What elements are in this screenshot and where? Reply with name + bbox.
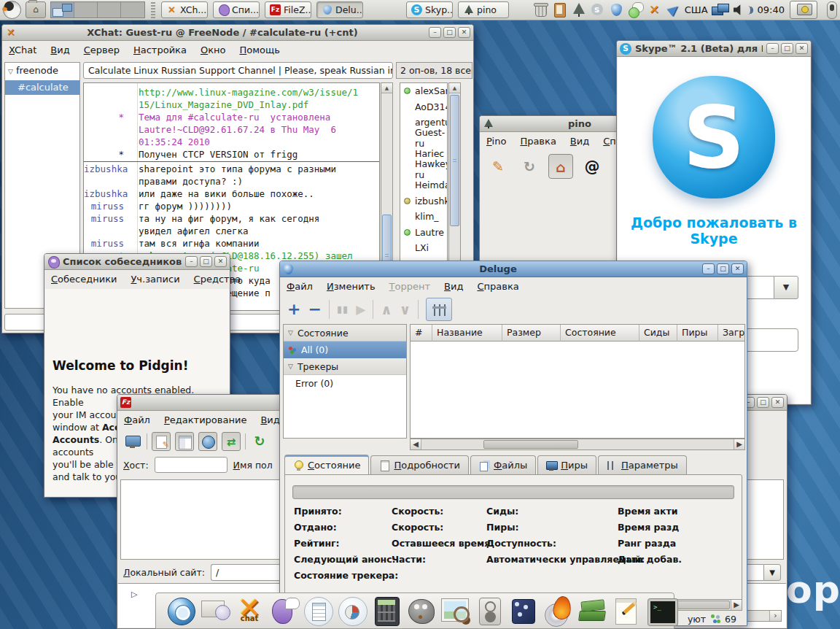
menu-XChat[interactable]: XChat (9, 45, 36, 55)
remove-torrent-button[interactable]: − (308, 298, 321, 320)
menu-Справка[interactable]: Справка (477, 281, 518, 292)
refresh-button[interactable] (250, 432, 269, 451)
filter-Error (0)[interactable]: Error (0) (284, 375, 406, 392)
minimize-button[interactable]: – (766, 43, 779, 54)
column-header-Название[interactable]: Название (432, 325, 502, 341)
scroll-right-icon[interactable]: ▶ (734, 439, 744, 449)
menu-Собеседники[interactable]: Собеседники (51, 274, 117, 285)
dock-xchat-icon[interactable] (233, 595, 265, 627)
user-list-item[interactable]: klim_ (400, 209, 447, 225)
tab-Пиры[interactable]: Пиры (537, 455, 596, 475)
column-header-Состояние[interactable]: Состояние (561, 325, 639, 341)
xchat-topic-input[interactable]: Calculate Linux Russian Support Channel … (83, 62, 393, 79)
network-monitor-icon[interactable] (712, 3, 730, 18)
tab-Параметры[interactable]: Параметры (598, 455, 687, 475)
minimize-button[interactable]: – (702, 263, 715, 274)
chevron-down-icon[interactable]: ▼ (774, 276, 798, 299)
expander-icon[interactable]: ▽ (288, 329, 293, 336)
user-list-item[interactable]: AoD314 (400, 99, 447, 115)
deluge-torrent-table[interactable]: #НазваниеРазмерСостояниеСидыПирыЗагрузка (410, 324, 745, 439)
preferences-button[interactable] (426, 298, 452, 321)
deluge-filter-sidebar[interactable]: ▽СостояниеAll (0)▽ТрекерыError (0) (283, 324, 407, 439)
workspace-pager[interactable] (50, 1, 145, 18)
menu-Правка[interactable]: Правка (520, 136, 556, 147)
dock-terminal-icon[interactable] (645, 595, 677, 627)
workspace-4[interactable] (121, 2, 144, 18)
dock-evolution-icon[interactable] (199, 595, 231, 627)
menu-Изменить[interactable]: Изменить (327, 281, 376, 292)
queue-up-button[interactable]: ∧ (381, 298, 392, 320)
dock-viewer-icon[interactable] (439, 595, 471, 627)
home-button[interactable] (548, 154, 573, 179)
maximize-button[interactable]: □ (443, 27, 456, 38)
deluge-titlebar[interactable]: Deluge –□✕ (280, 261, 747, 277)
close-button[interactable]: ✕ (796, 43, 808, 54)
workspace-2[interactable] (74, 2, 98, 18)
dock-writer-icon[interactable] (302, 595, 334, 627)
toggle-queue-button[interactable] (222, 432, 241, 451)
power-switch-icon[interactable] (827, 1, 837, 19)
menu-Вид[interactable]: Вид (570, 136, 589, 147)
compose-button[interactable] (486, 154, 510, 179)
user-list-item[interactable]: alexSam (400, 83, 447, 99)
expander-icon[interactable]: ▷ (131, 590, 137, 599)
menu-Сервер[interactable]: Сервер (84, 45, 120, 55)
site-manager-button[interactable] (123, 432, 142, 451)
trash-tray-icon[interactable] (533, 2, 548, 18)
column-header-Загрузка[interactable]: Загрузка (718, 325, 745, 341)
pause-button[interactable]: ▮▮ (337, 298, 349, 320)
menu-Средства[interactable]: Средства (194, 274, 241, 285)
column-header-Пиры[interactable]: Пиры (677, 325, 718, 341)
maximize-button[interactable]: □ (781, 43, 793, 54)
pointer-tray-icon[interactable] (666, 2, 681, 18)
close-button[interactable]: ✕ (771, 397, 784, 408)
user-list-item[interactable]: Lautre (400, 225, 447, 241)
pino-tray-icon[interactable] (571, 2, 586, 18)
host-input[interactable] (155, 457, 228, 473)
add-torrent-button[interactable]: + (287, 298, 300, 320)
refresh-button[interactable] (517, 154, 542, 179)
menu-Вид[interactable]: Вид (444, 281, 463, 292)
expander-icon[interactable]: ▽ (288, 363, 293, 370)
calculate-menu-icon[interactable] (3, 1, 21, 19)
menu-Помощь[interactable]: Помощь (239, 45, 279, 55)
workspace-1[interactable] (51, 2, 74, 18)
menu-Настройка[interactable]: Настройка (133, 45, 187, 55)
dock-chromium-icon[interactable] (165, 595, 197, 627)
chevron-down-icon[interactable]: ▼ (763, 564, 781, 581)
dock-gimp-icon[interactable] (405, 595, 437, 627)
screenshot-button[interactable] (790, 1, 817, 19)
user-list-item[interactable]: Hawkeye-ru (400, 162, 447, 178)
column-header-Сиды[interactable]: Сиды (639, 325, 677, 341)
panel-handle[interactable] (151, 2, 155, 18)
menu-Вид[interactable]: Вид (260, 414, 279, 425)
xchat-titlebar[interactable]: XChat: Guest-ru @ FreeNode / #calculate-… (2, 25, 473, 41)
user-list-item[interactable]: Heimdall1 (400, 177, 447, 193)
tab-Состояние[interactable]: Состояние (284, 455, 369, 475)
close-button[interactable]: ✕ (731, 263, 744, 274)
toggle-log-button[interactable] (152, 432, 171, 451)
scroll-up-icon[interactable]: ▲ (449, 83, 460, 93)
dock-notes-icon[interactable] (610, 595, 642, 627)
deluge-tray-icon[interactable] (609, 2, 624, 18)
tab-Файлы[interactable]: Файлы (470, 455, 536, 475)
clipboard-tray-icon[interactable] (552, 2, 567, 18)
queue-down-button[interactable]: ∨ (400, 298, 411, 320)
column-header-#[interactable]: # (411, 325, 432, 341)
user-list-item[interactable]: Guest-ru (400, 131, 447, 147)
menu-Редактирование[interactable]: Редактирование (164, 414, 246, 425)
dock-books-icon[interactable] (576, 595, 608, 627)
taskbar-task-deluge[interactable]: Delu... (316, 1, 363, 18)
home-folder-icon[interactable]: ⌂ (26, 1, 46, 18)
minimize-button[interactable]: – (429, 27, 441, 38)
pidgin-titlebar[interactable]: Список собеседников –□✕ (44, 254, 230, 270)
scroll-left-icon[interactable]: ◀ (411, 439, 421, 449)
scroll-right-icon[interactable]: ▶ (731, 600, 742, 610)
column-header-Размер[interactable]: Размер (502, 325, 561, 341)
mentions-button[interactable] (580, 154, 604, 179)
clock[interactable]: 09:40 (758, 4, 785, 15)
dock-burner-icon[interactable] (542, 595, 574, 627)
skype-titlebar[interactable]: S Skype™ 2.1 (Beta) для Linu –□✕ (617, 41, 811, 57)
skype-tray-icon[interactable] (590, 2, 605, 18)
scroll-up-icon[interactable]: ▲ (381, 83, 392, 93)
